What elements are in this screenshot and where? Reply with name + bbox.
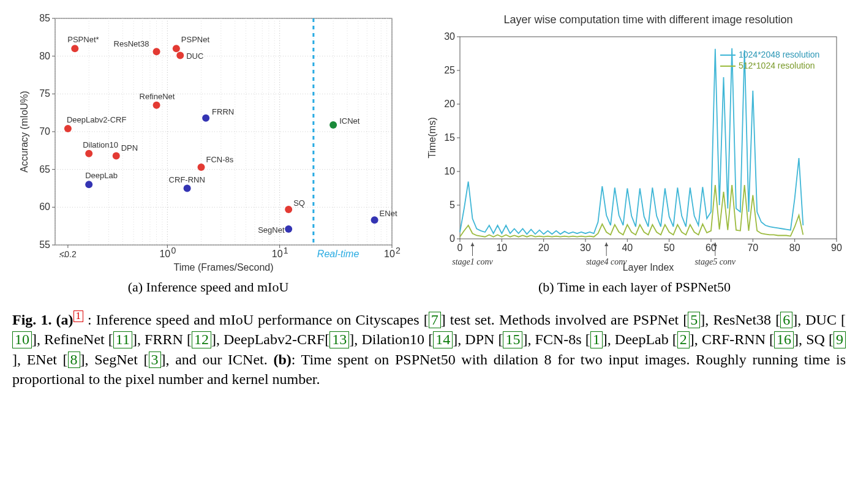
svg-text:5: 5 <box>450 200 455 210</box>
svg-text:80: 80 <box>39 51 50 61</box>
svg-point-82 <box>198 164 205 171</box>
ref-7[interactable]: 7 <box>429 312 441 328</box>
svg-text:stage4 conv: stage4 conv <box>586 257 627 266</box>
svg-point-70 <box>173 45 180 52</box>
ref-13[interactable]: 13 <box>329 331 349 348</box>
svg-text:ICNet: ICNet <box>339 116 360 126</box>
txt-crfrnn: , CRF-RNN <box>694 331 769 347</box>
svg-point-94 <box>371 216 378 224</box>
svg-text:10: 10 <box>444 166 455 176</box>
txt-enet: , ENet <box>17 352 63 367</box>
txt-dpn: , DPN <box>457 331 498 347</box>
svg-text:40: 40 <box>622 243 633 253</box>
svg-point-88 <box>85 181 92 188</box>
svg-point-72 <box>176 51 184 59</box>
svg-text:10: 10 <box>272 249 283 259</box>
chart-b-svg: Layer wise computation time with differe… <box>423 12 846 276</box>
svg-text:DeepLabv2-CRF: DeepLabv2-CRF <box>67 115 127 124</box>
svg-text:1: 1 <box>284 246 288 255</box>
ref-2[interactable]: 2 <box>677 331 690 348</box>
svg-text:90: 90 <box>831 243 842 253</box>
ref-8[interactable]: 8 <box>68 352 80 368</box>
svg-text:50: 50 <box>664 243 675 253</box>
svg-text:DeepLab: DeepLab <box>85 171 118 180</box>
ref-1[interactable]: 1 <box>590 331 603 348</box>
svg-text:Time (Frames/Second): Time (Frames/Second) <box>174 262 274 273</box>
svg-point-84 <box>285 206 292 213</box>
txt-frrn: , FRRN <box>137 331 187 347</box>
txt-deeplabv2: , DeepLabv2-CRF <box>216 331 325 347</box>
svg-text:55: 55 <box>39 239 50 250</box>
svg-text:0: 0 <box>457 243 463 253</box>
ref-16[interactable]: 16 <box>774 331 794 348</box>
ref-6[interactable]: 6 <box>780 312 792 328</box>
footnote-ref-1[interactable]: 1 <box>73 310 83 322</box>
svg-point-66 <box>71 45 78 52</box>
txt-duc: , DUC <box>797 312 841 328</box>
svg-point-74 <box>153 102 160 109</box>
svg-text:FRRN: FRRN <box>212 107 234 116</box>
svg-point-96 <box>329 121 337 129</box>
svg-text:25: 25 <box>444 65 455 75</box>
txt-dilation: , Dilation10 <box>354 331 428 347</box>
fig-label: Fig. 1. <box>12 312 51 328</box>
svg-text:Layer Index: Layer Index <box>623 262 674 273</box>
svg-text:70: 70 <box>39 126 50 137</box>
svg-text:75: 75 <box>39 88 50 99</box>
svg-text:85: 85 <box>39 13 50 23</box>
svg-text:Time(ms): Time(ms) <box>427 118 437 159</box>
ref-3[interactable]: 3 <box>149 352 161 368</box>
svg-text:10: 10 <box>496 243 507 253</box>
figure-caption: Fig. 1. (a)1 : Inference speed and mIoU … <box>12 310 846 389</box>
svg-text:...: ... <box>59 249 66 259</box>
svg-rect-0 <box>55 18 392 245</box>
svg-text:DUC: DUC <box>186 51 203 61</box>
svg-point-78 <box>85 150 92 157</box>
svg-text:SQ: SQ <box>293 198 305 208</box>
svg-marker-144 <box>604 243 608 246</box>
subcaption-b: (b) Time in each layer of PSPNet50 <box>538 279 731 295</box>
svg-point-76 <box>64 125 72 132</box>
svg-point-90 <box>184 185 191 192</box>
svg-text:15: 15 <box>444 132 455 143</box>
svg-text:80: 80 <box>789 243 800 253</box>
svg-point-86 <box>202 115 209 122</box>
svg-text:PSPNet: PSPNet <box>181 35 210 44</box>
svg-text:Accuracy (mIoU%): Accuracy (mIoU%) <box>19 91 29 172</box>
cap-a-mid: test set. Methods involved are PSPNet <box>446 312 683 328</box>
svg-text:1024*2048 resolution: 1024*2048 resolution <box>739 50 819 59</box>
txt-refine: , RefineNet <box>37 331 108 347</box>
svg-text:2: 2 <box>396 246 401 255</box>
b-label: (b) <box>273 352 291 367</box>
ref-5[interactable]: 5 <box>688 312 700 328</box>
panel-b: Layer wise computation time with differe… <box>423 12 846 295</box>
txt-resnet: , ResNet38 <box>705 312 775 328</box>
svg-point-92 <box>285 225 292 233</box>
ref-9[interactable]: 9 <box>834 331 846 348</box>
svg-text:SegNet: SegNet <box>258 225 285 235</box>
ref-12[interactable]: 12 <box>192 331 211 348</box>
ref-15[interactable]: 15 <box>503 331 522 348</box>
svg-text:512*1024 resolution: 512*1024 resolution <box>739 61 815 70</box>
txt-sq: , SQ <box>799 331 829 347</box>
svg-text:PSPNet*: PSPNet* <box>67 35 99 44</box>
txt-deeplab: , DeepLab <box>608 331 672 347</box>
ref-14[interactable]: 14 <box>433 331 453 348</box>
ref-10[interactable]: 10 <box>12 331 32 348</box>
svg-text:ResNet38: ResNet38 <box>114 39 149 48</box>
svg-text:0: 0 <box>171 246 176 255</box>
svg-point-80 <box>113 152 120 159</box>
svg-text:30: 30 <box>444 31 455 42</box>
svg-text:0: 0 <box>450 233 455 244</box>
ref-11[interactable]: 11 <box>113 331 132 348</box>
svg-text:30: 30 <box>580 243 591 253</box>
svg-text:stage1 conv: stage1 conv <box>452 257 493 266</box>
figure-row: 55606570758085<0.2100101102...Time (Fram… <box>12 12 846 295</box>
svg-text:stage5 conv: stage5 conv <box>695 257 736 266</box>
svg-text:FCN-8s: FCN-8s <box>206 155 234 164</box>
svg-text:70: 70 <box>747 243 758 253</box>
chart-a-svg: 55606570758085<0.2100101102...Time (Fram… <box>12 12 404 276</box>
svg-text:Dilation10: Dilation10 <box>83 140 118 149</box>
svg-text:65: 65 <box>39 164 50 175</box>
svg-text:20: 20 <box>538 243 549 253</box>
